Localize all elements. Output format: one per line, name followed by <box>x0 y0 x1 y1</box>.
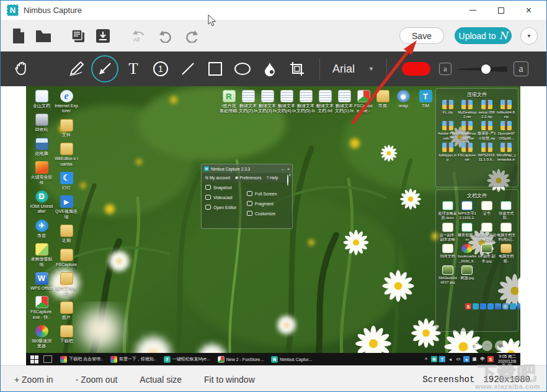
tray-icon[interactable]: ▣ <box>471 356 478 362</box>
rectangle-tool[interactable] <box>202 55 229 82</box>
mini-menu-item[interactable]: NMy account <box>205 176 230 180</box>
tray-icon[interactable]: ▭ <box>455 356 461 362</box>
desktop-icon[interactable]: 翻译文本文档(2).txt <box>239 90 257 114</box>
font-select[interactable]: Arial ▼ <box>329 63 378 76</box>
tray-icon[interactable]: ◄ <box>447 356 453 362</box>
maximize-button[interactable] <box>487 1 515 19</box>
fit-to-window-button[interactable]: Fit to window <box>204 375 255 385</box>
floating-button[interactable]: e <box>469 341 479 351</box>
taskbar-task[interactable]: 7一键轻松恢复Mye... <box>161 354 213 365</box>
desktop-icon[interactable]: ☾钉钉 <box>55 172 78 190</box>
arrow-tool[interactable] <box>91 55 118 82</box>
crop-tool[interactable] <box>283 55 311 82</box>
desktop-icon[interactable]: 常用 <box>373 90 392 114</box>
ime-toolbar-icon[interactable] <box>502 303 509 310</box>
desktop-icon[interactable]: 近期 <box>55 225 78 243</box>
desktop-icon[interactable]: 图片 <box>55 301 78 320</box>
tray-icon[interactable]: ^ <box>423 356 429 362</box>
tray-icon[interactable]: N <box>431 356 437 362</box>
desktop-icon[interactable]: TTIM <box>416 90 435 109</box>
slider-knob[interactable] <box>481 65 491 74</box>
desktop-icon[interactable]: co 副本 副本.jpg <box>477 244 497 263</box>
desktop-icon[interactable]: FL.zip <box>438 100 458 119</box>
nimbus-capture-mini-window[interactable]: N Nimbus Capture 2.3.3 – × NMy account✱P… <box>201 164 293 229</box>
desktop-icon[interactable]: 证书 <box>477 201 497 221</box>
floating-button[interactable]: ◠ <box>482 341 492 351</box>
mini-action-item[interactable]: Full Screen <box>247 191 288 196</box>
desktop-icon[interactable]: eInternet Explorer <box>55 90 78 114</box>
number-tool[interactable]: 1 <box>147 55 174 82</box>
actual-size-button[interactable]: Actual size <box>140 375 182 385</box>
desktop-icon[interactable]: 翻译文本文档(4).txt <box>277 90 296 114</box>
desktop-icon[interactable]: Opcode97 OfSpW... <box>497 121 517 140</box>
taskbar-clock[interactable]: 9:05 周二 2020/12/8 <box>498 354 516 364</box>
blur-tool[interactable] <box>256 55 283 82</box>
desktop-icon[interactable]: 翻译文本文档(1).txt <box>335 90 354 114</box>
tray-icon[interactable]: S <box>487 356 494 362</box>
screenshot-image[interactable]: 金山文档回收站此电脑火绒安全软件DIObit Uninstaller✈迅雷桌面便… <box>26 86 520 365</box>
desktop-icon[interactable]: 密置卡驱动攻略提醒.. <box>477 223 497 242</box>
desktop-icon[interactable]: 聊天文件夹(2) <box>55 272 78 296</box>
desktop-icon[interactable]: 这一副本·副本攻略 <box>438 223 458 242</box>
mini-minimize-button[interactable]: – <box>282 167 284 171</box>
ime-toolbar-icon[interactable] <box>495 303 501 310</box>
power-icon[interactable] <box>287 174 288 186</box>
zoom-in-button[interactable]: + Zoom in <box>14 375 53 385</box>
desktop-icon[interactable]: 电脑文档文档(图)记.. <box>497 223 517 242</box>
desktop-icon[interactable]: WWPS Office <box>30 272 53 291</box>
desktop-icon[interactable]: Photoshop 2020.rar <box>458 121 478 140</box>
desktop-icon[interactable]: ✈迅雷 <box>30 220 53 238</box>
save-file-button[interactable] <box>94 27 112 45</box>
desktop-icon[interactable]: 最美智慧.xlsx <box>458 223 478 242</box>
open-file-button[interactable] <box>34 27 53 45</box>
desktop-icon[interactable]: fullbuild4.8.zip <box>497 100 517 119</box>
desktop-icon[interactable]: WkEditor-x iuanba <box>55 143 78 167</box>
floating-camera-button[interactable] <box>508 342 517 350</box>
desktop-icon[interactable]: 微课荟-严2小智慧.zip <box>477 121 497 140</box>
desktop-icon[interactable]: FSCapture <box>55 249 78 267</box>
ime-toolbar-icon[interactable] <box>480 303 486 310</box>
pencil-tool[interactable] <box>63 55 90 82</box>
upload-button[interactable]: Upload to N <box>455 27 512 44</box>
tray-icon[interactable]: ● <box>463 356 469 362</box>
mini-action-item[interactable]: Fragment <box>247 201 288 206</box>
upload-dropdown-button[interactable]: ▾ <box>520 27 538 45</box>
desktop-icon[interactable]: 处理攻略桌面.docx <box>438 201 458 221</box>
undo-button[interactable] <box>156 27 174 45</box>
close-button[interactable]: × <box>515 1 543 19</box>
desktop-icon[interactable]: WPS文字12.1201.2.2... <box>458 201 478 221</box>
ellipse-tool[interactable] <box>229 55 256 82</box>
desktop-icon[interactable]: WPS2019.11.1.0.9... <box>477 143 497 163</box>
rotate-all-button[interactable]: All <box>128 27 147 45</box>
tray-icon[interactable]: T <box>439 356 445 362</box>
desktop-icon[interactable]: Adobe Photosh... <box>438 121 458 140</box>
input-method-toolbar[interactable]: S <box>465 303 520 310</box>
tray-icon[interactable]: 中 <box>479 356 486 362</box>
desktop-icon[interactable]: MyDesktop2.rar <box>458 100 478 119</box>
mini-action-item[interactable]: Open Editor <box>205 205 247 210</box>
desktop-icon[interactable]: MindMap_yiexiaoba.zip <box>497 143 517 163</box>
color-swatch[interactable] <box>402 62 430 76</box>
desktop-icon[interactable]: 翻译文本文档.txt <box>316 90 334 114</box>
desktop-icon[interactable]: 回收站 <box>30 114 53 132</box>
mini-action-item[interactable]: Snapshot <box>205 185 247 190</box>
start-button[interactable] <box>29 354 40 365</box>
desktop-icon[interactable]: ◉onap <box>393 90 413 109</box>
redo-button[interactable] <box>183 27 202 45</box>
ime-toolbar-icon[interactable] <box>510 303 516 310</box>
size-slider[interactable] <box>459 61 507 76</box>
desktop-icon[interactable]: 360极速浏览器 <box>30 325 53 349</box>
text-tool[interactable]: T <box>120 55 147 82</box>
desktop-icon[interactable]: FSCapture.exe - 快.. <box>30 296 53 320</box>
desktop-icon[interactable]: 金山文档 <box>30 90 53 109</box>
desktop-icon[interactable]: 此电脑 <box>30 138 53 156</box>
ime-toolbar-icon[interactable] <box>517 303 520 310</box>
floating-button[interactable]: ✽ <box>495 341 505 351</box>
desktop-icon[interactable]: bdfdyjqx.zip <box>438 143 458 163</box>
desktop-icon[interactable]: 文件 <box>55 119 78 138</box>
taskbar-task[interactable]: 下载吧 点击管理.. <box>57 354 106 365</box>
desktop-icon[interactable]: setup 058 2.2.zip <box>477 100 497 119</box>
mini-action-item[interactable]: Videocast <box>205 195 247 200</box>
ime-toolbar-icon[interactable] <box>487 303 494 310</box>
desktop-icon[interactable]: 翻译文本文档(5).txt <box>296 90 315 114</box>
